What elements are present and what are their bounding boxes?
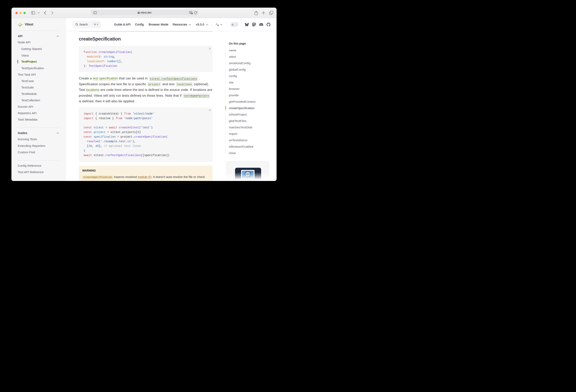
svg-text:A: A	[217, 24, 219, 27]
svg-text:文: 文	[191, 13, 193, 14]
svg-text:</>: </>	[246, 173, 250, 176]
svg-text:x̄: x̄	[216, 23, 217, 25]
svg-text:A: A	[190, 11, 191, 13]
